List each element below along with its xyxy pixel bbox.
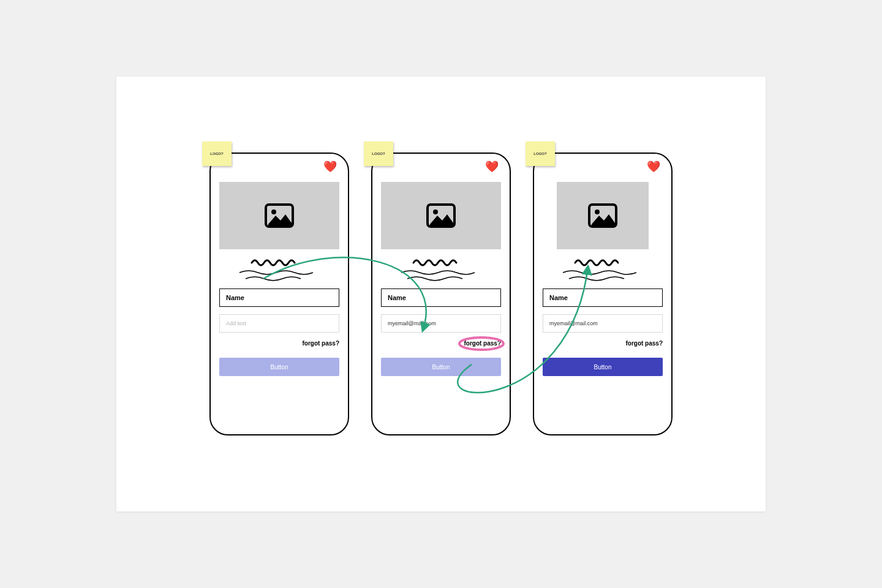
name-input[interactable]: Name bbox=[381, 288, 501, 307]
phone-frame-2: LOGO? ❤️ Name myemail@mail.com forgot pa… bbox=[371, 153, 511, 435]
handwriting-scribble bbox=[233, 258, 325, 282]
image-placeholder bbox=[381, 182, 501, 249]
handwriting-scribble bbox=[395, 258, 487, 282]
heart-icon[interactable]: ❤️ bbox=[647, 161, 660, 172]
picture-icon bbox=[265, 203, 294, 228]
forgot-password-link[interactable]: forgot pass? bbox=[219, 340, 339, 347]
highlight-circle bbox=[457, 336, 506, 351]
email-input[interactable]: myemail@mail.com bbox=[381, 314, 501, 333]
picture-icon bbox=[588, 203, 617, 228]
email-input[interactable]: Add text bbox=[219, 314, 339, 333]
submit-button[interactable]: Button bbox=[543, 358, 663, 376]
submit-button[interactable]: Button bbox=[219, 358, 339, 376]
handwriting-scribble bbox=[557, 258, 649, 282]
name-input[interactable]: Name bbox=[219, 288, 339, 307]
name-input[interactable]: Name bbox=[543, 288, 663, 307]
svg-point-1 bbox=[271, 209, 276, 214]
svg-point-4 bbox=[459, 337, 503, 350]
email-input[interactable]: myemail@mail.com bbox=[543, 314, 663, 333]
heart-icon[interactable]: ❤️ bbox=[485, 161, 499, 172]
sticky-note[interactable]: LOGO? bbox=[526, 141, 555, 166]
picture-icon bbox=[426, 203, 456, 228]
submit-button[interactable]: Button bbox=[381, 358, 501, 376]
svg-point-6 bbox=[595, 209, 600, 214]
wireframe-canvas: LOGO? ❤️ Name Add text forgot pass? Butt… bbox=[116, 77, 766, 511]
svg-point-3 bbox=[433, 209, 438, 214]
forgot-password-link[interactable]: forgot pass? bbox=[543, 340, 663, 347]
phone-frame-1: LOGO? ❤️ Name Add text forgot pass? Butt… bbox=[209, 153, 349, 435]
image-placeholder bbox=[557, 182, 649, 249]
phone-frame-3: LOGO? ❤️ Name myemail@mail.com forgot pa… bbox=[533, 153, 673, 435]
image-placeholder bbox=[219, 182, 339, 249]
forgot-password-link[interactable]: forgot pass? bbox=[381, 340, 501, 347]
sticky-note[interactable]: LOGO? bbox=[202, 141, 232, 166]
sticky-note[interactable]: LOGO? bbox=[364, 141, 393, 166]
heart-icon[interactable]: ❤️ bbox=[323, 161, 337, 172]
